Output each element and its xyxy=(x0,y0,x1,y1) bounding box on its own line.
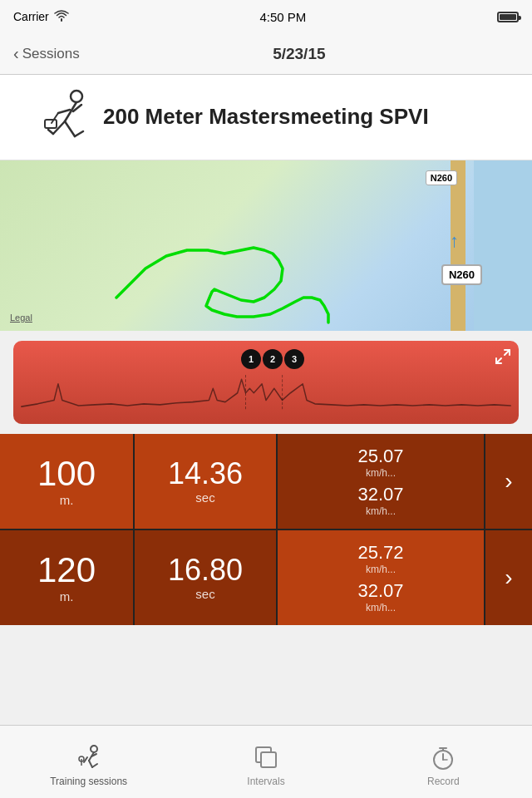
stat-speeds-2: 25.72 km/h... 32.07 km/h... xyxy=(278,530,484,625)
tab-record-label: Record xyxy=(427,776,460,787)
time-value-1: 14.36 xyxy=(168,459,243,489)
svg-rect-23 xyxy=(261,752,276,767)
svg-point-14 xyxy=(91,746,97,752)
speed-max-unit-1: km/h... xyxy=(366,505,396,517)
speed-max-value-1: 32.07 xyxy=(357,484,403,505)
tab-record[interactable]: Record xyxy=(355,726,532,798)
training-sessions-icon xyxy=(74,742,104,772)
detail-arrow-1[interactable]: › xyxy=(485,434,532,529)
tab-intervals[interactable]: Intervals xyxy=(177,726,354,798)
svg-line-4 xyxy=(65,121,75,136)
carrier-text: Carrier xyxy=(13,10,49,23)
stats-grid: 100 m. 14.36 sec 25.07 km/h... 32.07 km/… xyxy=(0,434,532,625)
session-title: 200 Meter Mastersmeeting SPVI xyxy=(103,104,429,130)
tab-bar: Training sessions Intervals Record xyxy=(0,725,532,798)
status-right xyxy=(497,12,519,22)
stat-time-2: 16.80 sec xyxy=(135,530,276,625)
navigation-arrow-icon: ↑ xyxy=(450,230,459,252)
status-time: 4:50 PM xyxy=(259,10,306,24)
tab-training-sessions[interactable]: Training sessions xyxy=(0,726,177,798)
svg-line-19 xyxy=(92,764,97,767)
speed-max-2: 32.07 km/h... xyxy=(357,580,403,613)
map-container[interactable]: N260 N260 ↑ Legal xyxy=(0,160,532,331)
status-left: Carrier xyxy=(13,10,69,24)
map-background: N260 N260 ↑ Legal xyxy=(0,160,532,331)
elevation-chart[interactable]: 1 2 3 xyxy=(13,341,519,424)
intervals-icon xyxy=(251,742,281,772)
legal-link[interactable]: Legal xyxy=(10,313,32,323)
stat-speeds-1: 25.07 km/h... 32.07 km/h... xyxy=(278,434,484,529)
speed-avg-2: 25.72 km/h... xyxy=(357,542,403,575)
runner-icon xyxy=(17,88,91,146)
record-icon xyxy=(428,742,458,772)
distance-value-1: 100 xyxy=(37,456,96,491)
time-value-2: 16.80 xyxy=(168,555,243,585)
nav-bar: ‹ Sessions 5/23/15 xyxy=(0,33,532,75)
svg-line-3 xyxy=(58,110,70,113)
back-button[interactable]: ‹ Sessions xyxy=(13,44,80,63)
status-bar: Carrier 4:50 PM xyxy=(0,0,532,33)
battery-icon xyxy=(497,12,519,22)
svg-line-18 xyxy=(89,761,92,767)
svg-line-1 xyxy=(65,102,76,121)
tab-training-label: Training sessions xyxy=(50,776,127,787)
speed-max-unit-2: km/h... xyxy=(366,602,396,613)
chart-waveform xyxy=(13,366,519,416)
speed-avg-1: 25.07 km/h... xyxy=(357,446,403,479)
road-label-main: N260 xyxy=(441,264,482,285)
svg-line-7 xyxy=(48,130,53,134)
distance-value-2: 120 xyxy=(37,553,96,588)
svg-line-5 xyxy=(75,131,83,136)
speed-avg-value-1: 25.07 xyxy=(357,446,403,467)
distance-unit-2: m. xyxy=(60,589,74,603)
nav-title: 5/23/15 xyxy=(80,45,519,63)
time-unit-2: sec xyxy=(195,587,214,601)
stat-distance-2: 120 m. xyxy=(0,530,133,625)
svg-point-0 xyxy=(71,91,82,102)
stat-time-1: 14.36 sec xyxy=(135,434,276,529)
chevron-left-icon: ‹ xyxy=(13,44,19,63)
distance-unit-1: m. xyxy=(60,493,74,507)
speed-avg-value-2: 25.72 xyxy=(357,542,403,564)
svg-rect-9 xyxy=(45,120,57,128)
speed-avg-unit-1: km/h... xyxy=(366,467,396,479)
tab-intervals-label: Intervals xyxy=(247,776,284,787)
chart-expand-button[interactable] xyxy=(494,347,512,366)
session-header: 200 Meter Mastersmeeting SPVI xyxy=(0,75,532,160)
speed-avg-unit-2: km/h... xyxy=(366,564,396,575)
speed-max-value-2: 32.07 xyxy=(357,580,403,602)
road-label-top: N260 xyxy=(426,170,457,185)
speed-max-1: 32.07 km/h... xyxy=(357,484,403,517)
detail-arrow-2[interactable]: › xyxy=(485,530,532,625)
stat-distance-1: 100 m. xyxy=(0,434,133,529)
wifi-icon xyxy=(54,10,69,24)
back-label: Sessions xyxy=(22,46,80,62)
time-unit-1: sec xyxy=(195,490,214,505)
